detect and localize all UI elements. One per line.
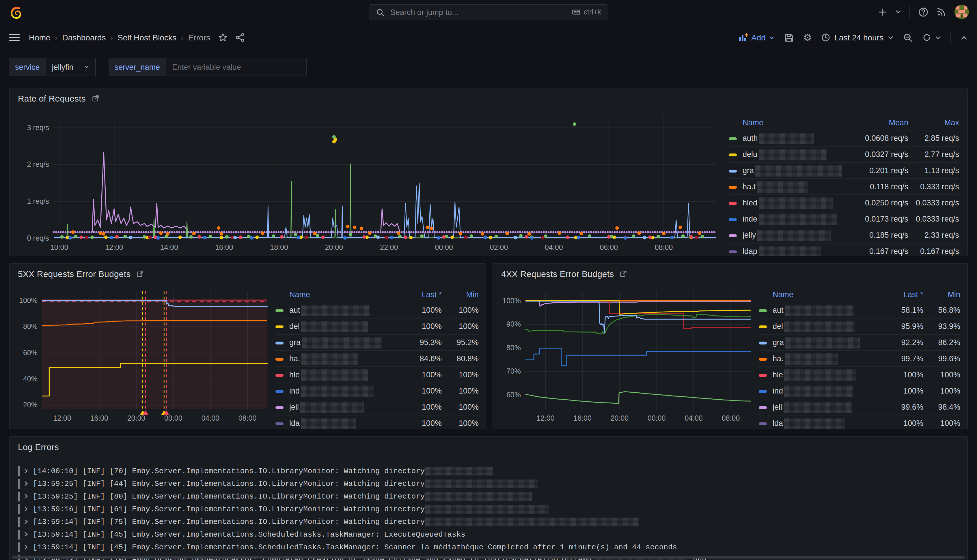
help-icon[interactable]: [918, 7, 929, 17]
legend-series-name[interactable]: ha.: [773, 350, 879, 367]
rate-of-requests-chart[interactable]: 10:0012:0014:0016:0018:0020:0022:0000:00…: [13, 108, 721, 256]
legend-series-name[interactable]: hle: [289, 367, 398, 383]
legend-series-name[interactable]: lda: [289, 415, 398, 429]
legend-swatch[interactable]: [759, 318, 773, 334]
log-row[interactable]: [14:00:10] [INF] [70] Emby.Server.Implem…: [18, 465, 959, 477]
external-link-icon[interactable]: [620, 270, 627, 277]
legend-swatch[interactable]: [729, 227, 743, 243]
legend-series-name[interactable]: ind: [289, 383, 398, 399]
legend-series-name[interactable]: ha.t: [743, 178, 850, 195]
breadcrumb-item-self-host-blocks[interactable]: Self Host Blocks: [117, 33, 176, 42]
legend-swatch[interactable]: [759, 415, 773, 429]
legend-swatch[interactable]: [276, 399, 289, 415]
grafana-logo[interactable]: [8, 4, 23, 19]
breadcrumb-item-home[interactable]: Home: [29, 33, 50, 42]
zoom-out-icon[interactable]: [903, 33, 913, 42]
log-row[interactable]: [13:59:16] [INF] [61] Emby.Server.Implem…: [18, 503, 959, 515]
legend-series-name[interactable]: ha.: [289, 350, 398, 367]
rss-icon[interactable]: [937, 7, 946, 17]
legend-header-min[interactable]: Min: [923, 288, 960, 302]
legend-swatch[interactable]: [729, 195, 743, 211]
legend-header-last[interactable]: Last *: [398, 288, 442, 302]
log-row[interactable]: [13:59:14] [INF] [45] Emby.Server.Implem…: [18, 528, 959, 541]
legend-header-last[interactable]: Last *: [879, 288, 923, 302]
expand-chevron-icon[interactable]: [24, 506, 28, 512]
expand-chevron-icon[interactable]: [24, 481, 28, 487]
legend-series-name[interactable]: gra: [743, 162, 850, 178]
legend-swatch[interactable]: [276, 350, 289, 367]
panel-title[interactable]: 5XX Requests Error Budgets: [18, 268, 130, 278]
expand-chevron-icon[interactable]: [24, 493, 28, 499]
variable-input[interactable]: [166, 58, 307, 76]
time-range-picker[interactable]: Last 24 hours: [821, 33, 894, 42]
legend-series-name[interactable]: ind: [773, 383, 879, 399]
legend-swatch[interactable]: [729, 243, 743, 256]
external-link-icon[interactable]: [92, 94, 99, 102]
chevron-down-icon[interactable]: [895, 9, 901, 15]
legend-swatch[interactable]: [276, 415, 289, 429]
expand-chevron-icon[interactable]: [24, 519, 28, 525]
legend-swatch[interactable]: [729, 211, 743, 227]
legend-header-max[interactable]: Max: [908, 116, 959, 130]
refresh-button[interactable]: [922, 33, 941, 42]
legend-series-name[interactable]: delu: [743, 146, 850, 162]
share-icon[interactable]: [235, 33, 245, 42]
plus-icon[interactable]: [878, 7, 887, 17]
legend-swatch[interactable]: [276, 367, 289, 383]
panel-title[interactable]: Log Errors: [18, 442, 59, 452]
legend-swatch[interactable]: [729, 162, 743, 178]
log-row[interactable]: [13:59:14] [INF] [45] Emby.Server.Implem…: [18, 541, 959, 553]
expand-chevron-icon[interactable]: [24, 544, 28, 550]
log-row[interactable]: [13:59:25] [INF] [80] Emby.Server.Implem…: [18, 490, 959, 503]
legend-swatch[interactable]: [759, 302, 773, 318]
avatar[interactable]: [954, 5, 969, 19]
menu-icon[interactable]: [9, 33, 20, 42]
legend-series-name[interactable]: hled: [743, 195, 850, 211]
chevron-up-icon[interactable]: [960, 34, 968, 41]
legend-series-name[interactable]: lda: [773, 415, 879, 429]
legend-swatch[interactable]: [759, 350, 773, 367]
external-link-icon[interactable]: [136, 270, 144, 277]
5xx-error-budgets-chart[interactable]: 12:0016:0020:0000:0004:0008:0020%40%60%8…: [12, 283, 271, 428]
legend-series-name[interactable]: aut: [773, 302, 879, 318]
legend-swatch[interactable]: [276, 334, 289, 350]
variable-select[interactable]: jellyfin: [46, 58, 96, 76]
legend-series-name[interactable]: inde: [743, 211, 850, 227]
legend-header-min[interactable]: Min: [442, 288, 479, 302]
legend-swatch[interactable]: [276, 383, 289, 399]
legend-series-name[interactable]: del: [289, 318, 398, 334]
legend-header-name[interactable]: Name: [743, 116, 850, 130]
legend-series-name[interactable]: jelly: [743, 227, 850, 243]
star-icon[interactable]: [218, 33, 227, 42]
legend-swatch[interactable]: [276, 302, 289, 318]
legend-series-name[interactable]: jell: [773, 399, 879, 415]
legend-series-name[interactable]: hle: [773, 367, 879, 383]
legend-swatch[interactable]: [759, 367, 773, 383]
horizontal-scrollbar[interactable]: [12, 556, 965, 558]
4xx-error-budgets-chart[interactable]: 12:0016:0020:0000:0004:0008:0060%70%80%9…: [496, 283, 754, 428]
legend-swatch[interactable]: [729, 146, 743, 162]
search-input[interactable]: ctrl+k: [369, 4, 608, 20]
panel-title[interactable]: Rate of Requests: [18, 93, 86, 103]
add-button[interactable]: Add: [738, 33, 775, 42]
panel-title[interactable]: 4XX Requests Error Budgets: [501, 268, 614, 278]
legend-series-name[interactable]: gra: [773, 334, 879, 350]
legend-swatch[interactable]: [759, 399, 773, 415]
legend-swatch[interactable]: [759, 383, 773, 399]
legend-swatch[interactable]: [276, 318, 289, 334]
save-icon[interactable]: [784, 33, 794, 42]
log-row[interactable]: [13:59:14] [INF] [75] Emby.Server.Implem…: [18, 515, 959, 528]
legend-series-name[interactable]: jell: [289, 399, 398, 415]
legend-header-name[interactable]: Name: [289, 288, 398, 302]
legend-series-name[interactable]: auth: [743, 130, 850, 146]
legend-header-name[interactable]: Name: [773, 288, 879, 302]
expand-chevron-icon[interactable]: [24, 532, 28, 537]
legend-series-name[interactable]: gra: [289, 334, 398, 350]
legend-series-name[interactable]: aut: [289, 302, 398, 318]
legend-series-name[interactable]: ldap: [743, 243, 850, 256]
legend-swatch[interactable]: [729, 178, 743, 195]
legend-swatch[interactable]: [729, 130, 743, 146]
legend-series-name[interactable]: del: [773, 318, 879, 334]
legend-header-mean[interactable]: Mean: [850, 116, 908, 130]
expand-chevron-icon[interactable]: [24, 468, 28, 474]
